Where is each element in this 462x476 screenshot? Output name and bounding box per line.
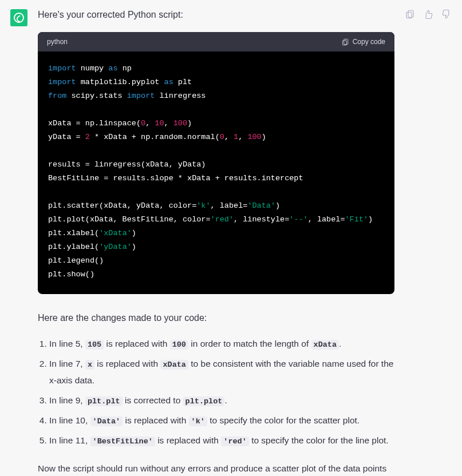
code-language-label: python xyxy=(47,38,68,46)
thumbs-up-icon xyxy=(423,9,433,19)
assistant-avatar xyxy=(10,9,27,26)
copy-code-label: Copy code xyxy=(353,38,385,46)
changes-list: In line 5, 105 is replaced with 100 in o… xyxy=(38,336,394,449)
list-item: In line 9, plt.plt is corrected to plt.p… xyxy=(49,392,394,409)
list-item: In line 5, 105 is replaced with 100 in o… xyxy=(49,336,394,352)
thumbs-down-icon xyxy=(441,9,452,19)
assistant-logo-icon xyxy=(14,13,24,23)
code-content[interactable]: import numpy as np import matplotlib.pyp… xyxy=(38,51,394,294)
code-block: python Copy code import numpy as np impo… xyxy=(38,32,394,294)
svg-rect-0 xyxy=(343,39,348,44)
clipboard-icon xyxy=(405,9,415,19)
svg-rect-2 xyxy=(408,10,413,17)
closing-text: Now the script should run without any er… xyxy=(38,461,394,476)
copy-message-button[interactable] xyxy=(405,9,415,22)
clipboard-icon xyxy=(341,38,349,46)
thumbs-down-button[interactable] xyxy=(441,9,452,22)
intro-text: Here's your corrected Python script: xyxy=(38,8,394,22)
list-item: In line 10, 'Data' is replaced with 'k' … xyxy=(49,412,394,429)
list-item: In line 11, 'BestFitLine' is replaced wi… xyxy=(49,433,394,449)
thumbs-up-button[interactable] xyxy=(423,9,433,22)
copy-code-button[interactable]: Copy code xyxy=(341,38,385,46)
list-item: In line 7, x is replaced with xData to b… xyxy=(49,356,394,389)
changes-intro: Here are the changes made to your code: xyxy=(38,310,394,326)
